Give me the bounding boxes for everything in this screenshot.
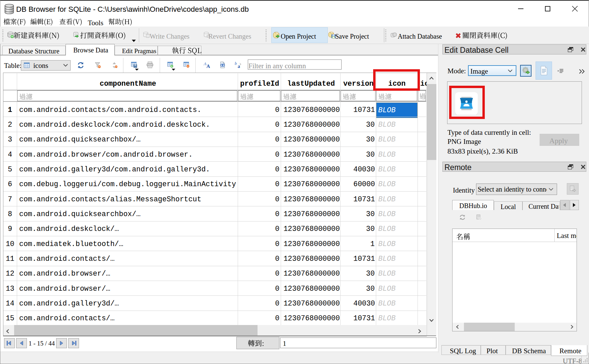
svg-text:A: A — [203, 61, 206, 66]
svg-text:A: A — [206, 64, 210, 69]
svg-text:a: a — [238, 64, 240, 69]
svg-text:b: b — [235, 61, 237, 66]
